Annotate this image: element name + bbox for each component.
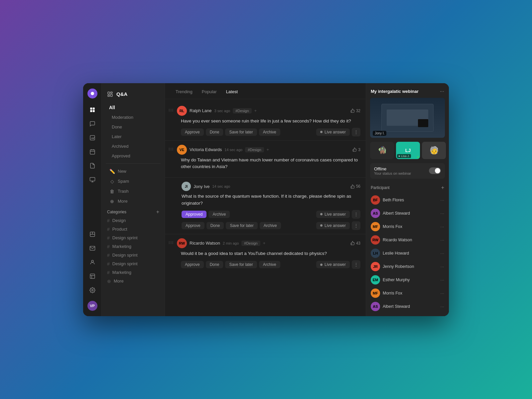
add-tag-button[interactable]: + [254,108,257,113]
participant-more-button[interactable]: ··· [440,197,444,203]
done-button[interactable]: Done [206,222,224,229]
participant-avatar: RW [371,235,380,245]
tab-trending[interactable]: Trending [172,88,197,96]
question-more-button[interactable]: ⋮ [352,210,360,219]
live-answer-button[interactable]: Live answer [316,222,350,229]
cat-item-product[interactable]: # Product [102,225,165,234]
cat-item-more-cat[interactable]: ⊕ More [102,277,165,286]
approve-button[interactable]: Approve [181,128,204,136]
participant-more-button[interactable]: ··· [440,237,444,243]
user-avatar[interactable]: VP [87,301,97,311]
tab-popular[interactable]: Popular [198,88,221,96]
participant-more-button[interactable]: ··· [440,304,444,309]
rail-icon-layout[interactable] [86,270,98,282]
offline-toggle[interactable] [429,167,441,174]
cat-item-design-sprint-2[interactable]: # Design sprint [102,251,165,260]
rail-icon-settings[interactable] [86,284,98,296]
participant-more-button[interactable]: ··· [440,251,444,256]
rail-icon-calendar[interactable] [86,146,98,158]
drag-handle[interactable]: ⠿⠿ [168,108,174,113]
rail-icon-doc[interactable] [86,160,98,172]
sidebar-more-label: More [118,199,128,204]
participant-item: MF Morris Fox ··· [366,287,449,300]
sidebar-item-more[interactable]: ⊕ More [104,197,163,206]
sidebar-item-archived[interactable]: Archived [104,142,163,151]
thumb-label-2: ● Lisa J. [397,154,411,158]
avatar-initials: VE [180,148,185,152]
participant-more-button[interactable]: ··· [440,277,444,283]
sidebar-item-all[interactable]: All [104,103,163,112]
cat-item-design[interactable]: # Design [102,216,165,225]
sidebar-approved-label: Approved [112,153,130,158]
sidebar-item-done[interactable]: Done [104,122,163,131]
cat-item-design-sprint-3[interactable]: # Design sprint [102,260,165,268]
more-icon: ⊕ [109,199,115,204]
question-more-button[interactable]: ⋮ [352,221,360,230]
archive-button[interactable]: Archive [208,211,230,218]
live-answer-button[interactable]: Live answer [316,128,350,136]
question-actions: Approve Done Save for later Archive Live… [181,128,360,136]
add-tag-button[interactable]: + [267,147,269,152]
rail-icon-person[interactable] [86,256,98,268]
cat-item-design-sprint-1[interactable]: # Design sprint [102,234,165,242]
live-answer-button[interactable]: Live answer [316,261,350,268]
thumbnail-1[interactable]: 🧌 [370,142,394,159]
rail-icon-chat[interactable] [86,118,98,130]
approved-button[interactable]: Approved [182,211,206,218]
question-more-button[interactable]: ⋮ [352,260,360,269]
archive-button[interactable]: Archive [259,261,280,268]
approve-button[interactable]: Approve [181,261,204,268]
sidebar-item-trash[interactable]: 🗑 Trash [104,187,163,196]
participant-add-button[interactable]: + [441,185,444,191]
categories-add-button[interactable]: + [156,209,159,215]
rail-icon-monitor[interactable] [86,174,98,186]
sidebar-item-new[interactable]: ✏️ New [104,167,163,176]
save-for-later-button[interactable]: Save for later [225,128,257,136]
cat-item-marketing-2[interactable]: # Marketing [102,268,165,277]
participant-item: EM Esther Murphy ··· [366,273,449,287]
participant-name: Ricardo Watson [383,238,438,242]
done-button[interactable]: Done [206,261,223,268]
question-item: ⠿⠿ RL Ralph Lane 3 sec ago #Design + 32 … [165,102,366,141]
live-answer-button[interactable]: Live answer [316,211,350,218]
rail-icon-mail[interactable] [86,242,98,254]
participant-more-button[interactable]: ··· [440,264,444,269]
rail-icon-grid2[interactable] [86,228,98,240]
tab-latest[interactable]: Latest [222,88,242,96]
sidebar-item-later[interactable]: Later [104,132,163,141]
question-tag[interactable]: #Design [241,241,260,246]
sidebar-item-approved[interactable]: Approved [104,151,163,160]
approve-button[interactable]: Approve [182,222,204,229]
question-sub-actions: Approve Done Save for later Archive Live… [182,221,360,230]
save-for-later-button[interactable]: Save for later [225,261,257,268]
participant-more-button[interactable]: ··· [440,224,444,229]
question-more-button[interactable]: ⋮ [352,128,360,136]
offline-status-label: Offline [374,166,411,171]
thumbnail-3[interactable]: 🧓 [422,142,446,159]
sidebar-item-spam[interactable]: ◇ Spam [104,177,163,186]
app-logo[interactable] [87,89,97,99]
participant-more-button[interactable]: ··· [440,211,444,216]
participant-avatar: AS [371,302,380,311]
svg-point-9 [91,289,93,291]
drag-handle[interactable]: ⠿⠿ [168,241,174,245]
participant-more-button[interactable]: ··· [440,291,444,296]
done-button[interactable]: Done [206,128,223,136]
cat-item-marketing-1[interactable]: # Marketing [102,242,165,251]
sidebar-all-label: All [109,105,115,110]
sidebar-item-moderation[interactable]: Moderation [104,113,163,122]
avatar: VE [177,145,187,155]
archive-button[interactable]: Archive [260,222,281,229]
add-tag-button[interactable]: + [263,241,266,246]
question-tag[interactable]: #Design [245,147,264,152]
archive-button[interactable]: Archive [259,128,280,136]
thumbnail-2[interactable]: LJ ● Lisa J. [396,142,420,159]
screen-mockup [381,104,434,132]
question-tag[interactable]: #Design [233,108,251,113]
drag-handle[interactable]: ⠿⠿ [168,147,174,152]
rail-icon-qa[interactable] [86,104,98,116]
rail-icon-chart[interactable] [86,132,98,144]
save-for-later-button[interactable]: Save for later [226,222,257,229]
svg-rect-6 [90,177,95,181]
webinar-more-button[interactable]: ··· [440,89,444,95]
